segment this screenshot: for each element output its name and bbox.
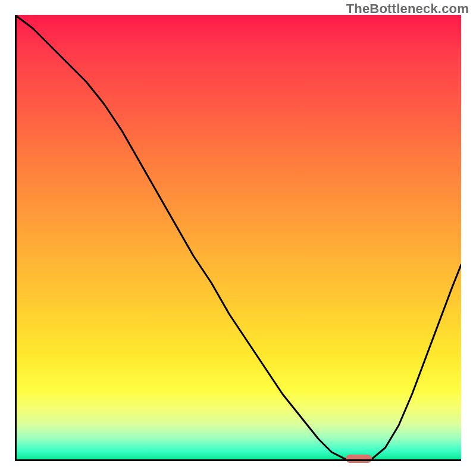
x-axis xyxy=(15,459,461,461)
plot-gradient-background xyxy=(15,15,461,461)
optimal-point-marker xyxy=(346,455,372,463)
watermark-text: TheBottleneck.com xyxy=(346,1,469,17)
y-axis xyxy=(15,15,17,461)
bottleneck-chart: TheBottleneck.com xyxy=(0,0,476,476)
